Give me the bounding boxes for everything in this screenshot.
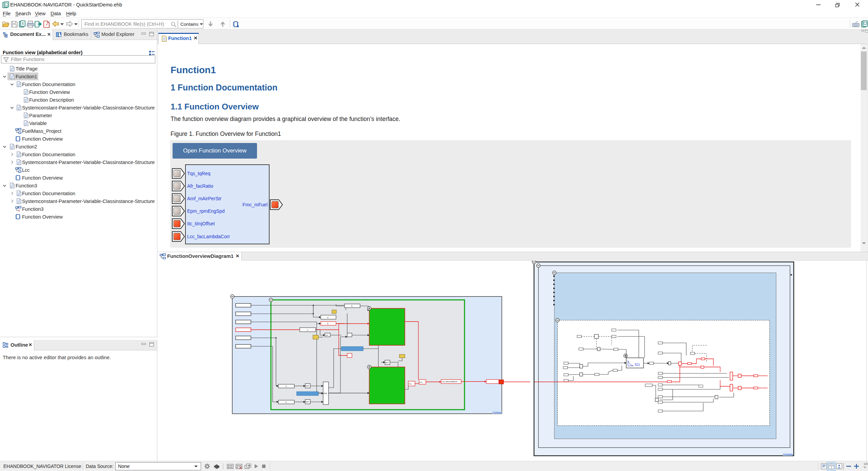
svg-text:NOT: NOT — [305, 401, 309, 403]
svg-text:Epm_rpmEngSpd: Epm_rpmEngSpd — [187, 208, 225, 214]
svg-text:-1: -1 — [307, 329, 309, 331]
svg-text:==1: ==1 — [419, 381, 422, 383]
svg-text:Tqs_tqReq: Tqs_tqReq — [187, 171, 210, 176]
svg-text:Compact: Compact — [493, 411, 502, 414]
svg-text:Afr_facRatio: Afr_facRatio — [187, 183, 213, 189]
svg-text:Itc_tiInjOffset: Itc_tiInjOffset — [187, 221, 215, 226]
svg-text:Lcc_facLambdaCorr: Lcc_facLambdaCorr — [187, 234, 230, 239]
svg-text:Compact: Compact — [783, 453, 793, 456]
svg-text:==1: ==1 — [409, 383, 412, 385]
svg-text:min: min — [326, 334, 328, 336]
svg-text:NOT: NOT — [385, 362, 389, 364]
svg-text:NOT: NOT — [305, 385, 309, 387]
svg-text:Fmc_mFuel: Fmc_mFuel — [242, 202, 268, 207]
svg-text:Amf_mAirPerStr: Amf_mAirPerStr — [187, 196, 221, 201]
svg-text:Lcc_facLambdaCorr: Lcc_facLambdaCorr — [442, 381, 457, 383]
svg-text:DT1: DT1 — [635, 363, 640, 366]
svg-text:c: c — [18, 209, 20, 212]
svg-text:AND: AND — [323, 392, 327, 394]
